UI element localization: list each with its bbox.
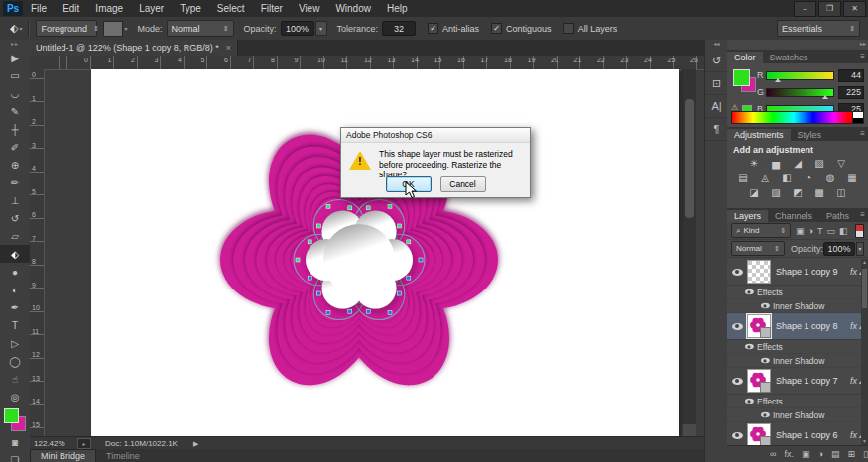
layer-fx-badge[interactable]: fx [850,430,857,440]
document-tab[interactable]: Untitled-1 @ 122% (Shape 1 copy 8, RGB/8… [30,40,238,56]
invert-icon[interactable]: ◪ [748,187,761,198]
path-anchor-point[interactable] [419,258,423,262]
link-layers-icon[interactable]: ∞ [770,449,776,459]
filter-adjustment-layers-icon[interactable]: ◑ [808,226,813,236]
tab-close-icon[interactable]: × [226,43,231,53]
contiguous-checkbox[interactable]: ✓Contiguous [491,23,552,34]
inner-shadow-eye-icon[interactable] [761,412,770,418]
layer-thumbnail[interactable] [747,423,771,446]
filter-type-layers-icon[interactable]: T [817,226,823,236]
visibility-eye-icon[interactable] [732,269,743,276]
path-anchor-point[interactable] [407,240,411,244]
path-anchor-point[interactable] [388,204,392,208]
color-balance-icon[interactable]: ◬ [759,173,772,183]
tab-channels[interactable]: Channels [768,210,819,222]
path-anchor-point[interactable] [296,258,300,262]
filter-shape-layers-icon[interactable]: ▭ [826,226,835,236]
effects-eye-icon[interactable] [745,344,754,350]
effects-row[interactable]: Effects [727,286,868,299]
black-white-icon[interactable]: ◧ [781,173,794,183]
fill-source-dropdown[interactable]: Foreground⇕ [36,20,97,37]
mode-dropdown[interactable]: Normal⇕ [167,20,234,37]
menu-filter[interactable]: Filter [253,3,291,14]
vibrance-icon[interactable]: ▽ [835,158,848,169]
layers-opacity-input[interactable]: 100% [823,242,855,256]
effects-row[interactable]: Effects [727,395,868,408]
dialog-title[interactable]: Adobe Photoshop CS6 [341,128,530,143]
path-anchor-point[interactable] [348,309,352,313]
layer-name[interactable]: Shape 1 copy 8 [776,321,850,331]
all-layers-checkbox[interactable]: All Layers [563,23,618,34]
color-lookup-icon[interactable]: ▦ [846,173,859,183]
path-anchor-point[interactable] [326,204,330,208]
layers-scrollbar[interactable]: ▲▼ [861,259,868,446]
path-anchor-point[interactable] [316,291,320,295]
foreground-color-swatch[interactable] [4,408,19,423]
photo-filter-icon[interactable]: ◔ [803,173,815,183]
menu-edit[interactable]: Edit [55,3,87,14]
menu-help[interactable]: Help [379,3,416,14]
minimize-button[interactable]: – [794,1,816,17]
history-panel-icon[interactable]: ↺ [705,50,728,72]
path-anchor-point[interactable] [407,276,411,280]
type-tool[interactable]: T [0,316,30,334]
effects-row[interactable]: Effects [727,340,868,354]
delete-layer-icon[interactable]: ▯ [863,449,868,459]
gradient-map-icon[interactable]: ◫ [835,187,848,198]
pattern-caret-icon[interactable]: ▾ [124,25,127,32]
threshold-icon[interactable]: ◩ [792,187,805,198]
kind-filter-dropdown[interactable]: ⌕ Kind⇕ [731,223,791,238]
path-anchor-point[interactable] [398,224,402,228]
cancel-button[interactable]: Cancel [440,176,486,192]
path-anchor-point[interactable] [316,224,320,228]
layer-name[interactable]: Shape 1 copy 7 [776,376,850,386]
visibility-eye-icon[interactable] [732,432,743,439]
zoom-tool[interactable]: ◎ [0,388,30,405]
quick-selection-tool[interactable]: ✎ [0,102,30,120]
path-anchor-point[interactable] [348,206,352,210]
canvas-viewport[interactable]: 0123456789101112131415161718192021222324… [30,56,704,436]
path-selection-tool[interactable]: ▷ [0,334,30,352]
brush-tool[interactable]: ✏ [0,173,30,191]
tab-styles[interactable]: Styles [791,129,829,141]
clone-stamp-tool[interactable]: ⊥ [0,191,30,209]
paragraph-panel-icon[interactable]: ¶ [705,118,728,141]
menu-image[interactable]: Image [87,3,131,14]
screen-mode-button[interactable]: ❏ [0,451,30,462]
path-anchor-point[interactable] [366,206,370,210]
opacity-input[interactable]: 100% [281,21,314,36]
path-anchor-point[interactable] [366,309,370,313]
filter-pixel-layers-icon[interactable]: ▣ [796,226,805,236]
spectrum-bw-chip[interactable] [852,111,864,124]
channel-value-g[interactable]: 225 [838,86,864,99]
tab-paths[interactable]: Paths [819,210,856,222]
menu-view[interactable]: View [291,3,328,14]
quick-mask-button[interactable]: ◙ [0,433,30,451]
blur-tool[interactable]: ● [0,263,30,281]
anti-alias-checkbox[interactable]: ✓Anti-alias [428,23,479,34]
menu-window[interactable]: Window [327,3,379,14]
color-spectrum-ramp[interactable] [731,111,856,124]
path-anchor-point[interactable] [398,291,402,295]
filter-smart-objects-icon[interactable]: ◧ [839,226,848,236]
menu-file[interactable]: File [23,3,55,14]
inner-shadow-row[interactable]: Inner Shadow [727,354,868,368]
adjustments-panel-menu-icon[interactable]: ≡ [860,129,865,138]
menu-layer[interactable]: Layer [131,3,172,14]
layer-thumbnail[interactable] [747,260,771,284]
path-anchor-point[interactable] [308,276,311,280]
layer-fx-badge[interactable]: fx [850,321,857,331]
path-anchor-point[interactable] [326,311,330,315]
tab-adjustments[interactable]: Adjustments [727,129,791,141]
history-brush-tool[interactable]: ↺ [0,209,30,227]
layers-panel-menu-icon[interactable]: ≡ [860,210,865,219]
path-anchor-point[interactable] [388,311,392,315]
eyedropper-tool[interactable]: ✐ [0,138,30,156]
color-swatch-pair[interactable] [0,407,30,433]
layers-opacity-caret-icon[interactable]: ▾ [856,242,864,256]
inner-shadow-eye-icon[interactable] [761,303,770,309]
channel-value-r[interactable]: 44 [838,69,864,82]
workspace-dropdown[interactable]: Essentials⇕ [777,20,860,37]
hand-tool[interactable]: ☝ [0,370,30,388]
layer-fx-badge[interactable]: fx [850,267,857,277]
